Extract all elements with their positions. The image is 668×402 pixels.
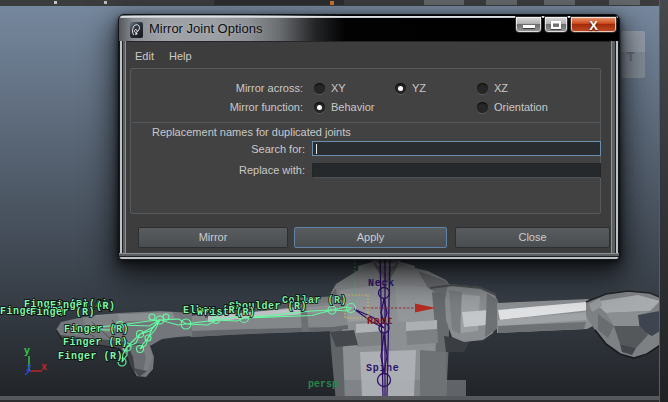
svg-text:Root: Root bbox=[367, 316, 394, 327]
svg-text:Finger (R): Finger (R) bbox=[63, 337, 128, 348]
svg-text:z: z bbox=[26, 363, 32, 374]
svg-text:(R): (R) bbox=[96, 301, 116, 312]
svg-text:Neck: Neck bbox=[368, 278, 395, 289]
svg-text:y: y bbox=[24, 346, 30, 357]
svg-text:x: x bbox=[41, 362, 47, 373]
svg-text:Wrist (R): Wrist (R) bbox=[197, 307, 256, 318]
svg-text:persp: persp bbox=[308, 379, 338, 390]
svg-text:Spine: Spine bbox=[366, 363, 400, 374]
svg-text:Finger (R): Finger (R) bbox=[58, 351, 123, 362]
svg-text:Finger (R): Finger (R) bbox=[64, 324, 129, 335]
svg-text:Finger (R): Finger (R) bbox=[30, 307, 95, 318]
